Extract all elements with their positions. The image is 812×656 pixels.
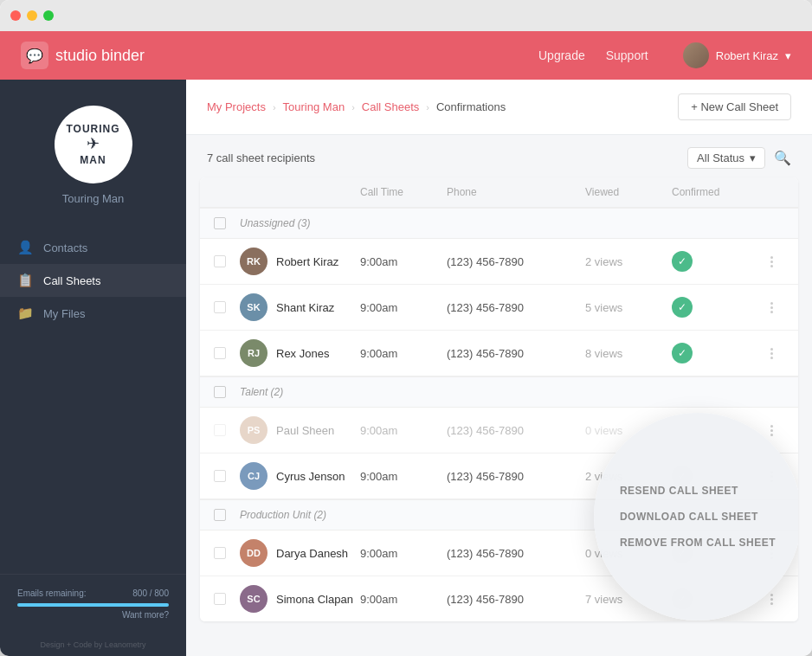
sidebar-item-files[interactable]: 📁 My Files (0, 297, 186, 330)
avatar-cyrus: CJ (240, 462, 267, 490)
app-body: 💬 studio binder Upgrade Support Robert K… (0, 31, 812, 656)
person-name-paul: Paul Sheen (276, 424, 334, 437)
row-checkbox-darya[interactable] (214, 547, 226, 559)
person-name-shant: Shant Kiraz (276, 301, 334, 314)
context-remove[interactable]: REMOVE FROM CALL SHEET (620, 537, 776, 549)
user-chevron-icon: ▾ (785, 49, 791, 62)
confirmed-robert: ✓ (672, 251, 693, 272)
group-unassigned-checkbox[interactable] (214, 217, 226, 229)
more-options-rex[interactable] (758, 344, 784, 363)
callsheets-icon: 📋 (17, 273, 33, 288)
want-more-link[interactable]: Want more? (17, 610, 169, 620)
calltime-cyrus: 9:00am (360, 470, 447, 483)
close-button[interactable] (10, 10, 21, 21)
sidebar-label-callsheets: Call Sheets (43, 274, 100, 287)
confirmed-rex: ✓ (672, 343, 693, 363)
project-logo: TOURING ✈ MAN (55, 106, 132, 183)
breadcrumb-my-projects[interactable]: My Projects (207, 100, 266, 113)
calltime-darya: 9:00am (360, 547, 447, 560)
group-talent-header: Talent (2) (200, 376, 798, 408)
sidebar-item-callsheets[interactable]: 📋 Call Sheets (0, 264, 186, 297)
status-filter[interactable]: All Status ▾ (687, 147, 765, 169)
project-title: Touring Man (62, 192, 125, 205)
context-resend[interactable]: RESEND CALL SHEET (620, 485, 738, 497)
maximize-button[interactable] (43, 10, 54, 21)
nav-links: Upgrade Support Robert Kiraz ▾ (538, 42, 791, 68)
row-checkbox-cyrus[interactable] (214, 470, 226, 482)
col-viewed: Viewed (585, 186, 672, 198)
calltime-simona: 9:00am (360, 593, 447, 606)
calltime-shant: 9:00am (360, 301, 447, 314)
table-area: 7 call sheet recipients All Status ▾ 🔍 (186, 135, 812, 656)
person-name-simona: Simona Clapan (276, 593, 353, 606)
col-confirmed: Confirmed (672, 186, 758, 198)
support-link[interactable]: Support (606, 48, 648, 62)
group-production-checkbox[interactable] (214, 509, 226, 521)
files-icon: 📁 (17, 305, 33, 321)
avatar-shant: SK (240, 293, 267, 321)
main-panel: My Projects › Touring Man › Call Sheets … (186, 80, 812, 656)
top-nav: 💬 studio binder Upgrade Support Robert K… (0, 31, 812, 80)
logo-area: 💬 studio binder (21, 42, 538, 69)
progress-bar-background (17, 603, 169, 607)
row-checkbox-shant[interactable] (214, 301, 226, 313)
phone-shant: (123) 456-7890 (447, 301, 585, 314)
avatar-rex: RJ (240, 339, 267, 367)
upgrade-link[interactable]: Upgrade (538, 48, 585, 62)
group-talent-checkbox[interactable] (214, 386, 226, 398)
progress-bar-fill (17, 603, 169, 607)
breadcrumb-sep-2: › (351, 102, 355, 113)
app-window: 💬 studio binder Upgrade Support Robert K… (0, 0, 812, 656)
breadcrumb: My Projects › Touring Man › Call Sheets … (207, 100, 506, 113)
more-options-paul[interactable]: RESEND CALL SHEET DOWNLOAD CALL SHEET RE… (758, 421, 784, 440)
context-menu-overlay: RESEND CALL SHEET DOWNLOAD CALL SHEET RE… (594, 413, 798, 621)
title-bar (0, 0, 812, 31)
person-name-robert: Robert Kiraz (276, 255, 338, 268)
recipients-count: 7 call sheet recipients (207, 151, 315, 164)
col-name (240, 186, 360, 198)
views-rex: 8 views (585, 347, 672, 360)
sidebar-label-contacts: Contacts (43, 241, 87, 254)
recipients-bar: 7 call sheet recipients All Status ▾ 🔍 (186, 135, 812, 177)
more-options-shant[interactable] (758, 299, 784, 317)
person-cell-rex: RJ Rex Jones (240, 339, 360, 367)
new-call-sheet-button[interactable]: + New Call Sheet (678, 93, 791, 120)
filter-area: All Status ▾ 🔍 (687, 147, 791, 169)
minimize-button[interactable] (27, 10, 37, 21)
breadcrumb-call-sheets[interactable]: Call Sheets (362, 100, 419, 113)
table-row: SK Shant Kiraz 9:00am (123) 456-7890 5 v… (200, 285, 798, 331)
views-shant: 5 views (585, 301, 672, 314)
row-checkbox-robert[interactable] (214, 255, 226, 267)
more-options-robert[interactable] (758, 253, 784, 271)
context-circle: RESEND CALL SHEET DOWNLOAD CALL SHEET RE… (594, 413, 798, 621)
sidebar-item-contacts[interactable]: 👤 Contacts (0, 231, 186, 264)
data-table: Call Time Phone Viewed Confirmed Unassig… (200, 177, 798, 621)
context-download[interactable]: DOWNLOAD CALL SHEET (620, 511, 758, 523)
user-menu[interactable]: Robert Kiraz ▾ (683, 42, 791, 68)
col-phone: Phone (447, 186, 585, 198)
calltime-paul: 9:00am (360, 424, 447, 437)
status-chevron-icon: ▾ (750, 151, 756, 164)
project-logo-icon: ✈ (66, 135, 119, 154)
row-checkbox-paul[interactable] (214, 424, 226, 436)
emails-info: Emails remaining: 800 / 800 (17, 588, 169, 598)
calltime-robert: 9:00am (360, 255, 447, 268)
main-header: My Projects › Touring Man › Call Sheets … (186, 80, 812, 135)
search-icon[interactable]: 🔍 (774, 150, 791, 166)
person-cell-darya: DD Darya Danesh (240, 539, 360, 567)
person-cell-cyrus: CJ Cyrus Jenson (240, 462, 360, 490)
avatar-simona: SC (240, 585, 267, 613)
person-name-darya: Darya Danesh (276, 547, 348, 560)
user-name: Robert Kiraz (716, 49, 778, 62)
sidebar-nav: 👤 Contacts 📋 Call Sheets 📁 My Files (0, 222, 186, 574)
row-checkbox-rex[interactable] (214, 347, 226, 359)
breadcrumb-sep-3: › (426, 102, 429, 113)
row-checkbox-simona[interactable] (214, 593, 226, 605)
person-cell-simona: SC Simona Clapan (240, 585, 360, 613)
breadcrumb-touring-man[interactable]: Touring Man (283, 100, 345, 113)
context-menu: RESEND CALL SHEET DOWNLOAD CALL SHEET RE… (603, 476, 793, 557)
breadcrumb-confirmations: Confirmations (436, 100, 506, 113)
phone-rex: (123) 456-7890 (447, 347, 585, 360)
phone-simona: (123) 456-7890 (447, 593, 585, 606)
table-row-paul: PS Paul Sheen 9:00am (123) 456-7890 0 vi… (200, 408, 798, 453)
